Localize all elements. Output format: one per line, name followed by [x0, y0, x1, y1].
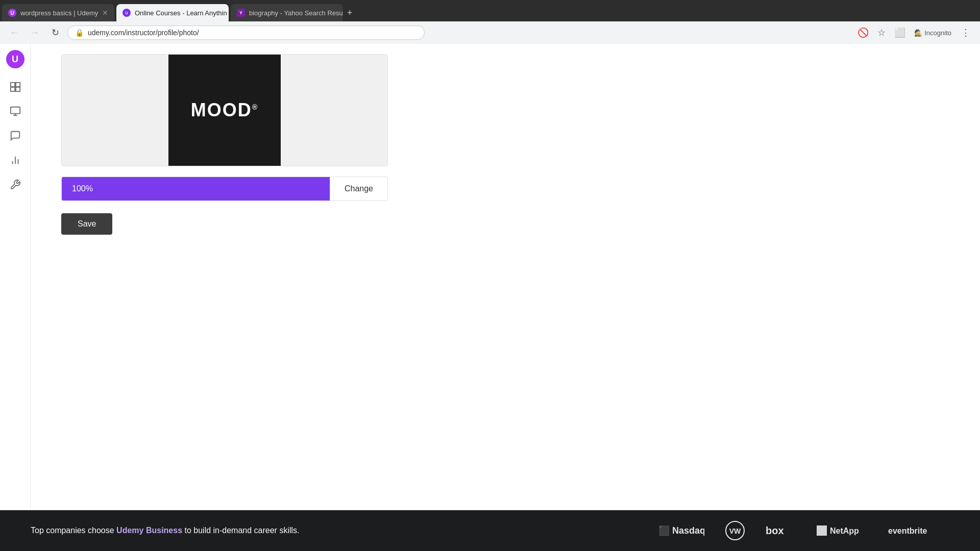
svg-rect-4	[10, 87, 14, 91]
tab-bar: U wordpress basics | Udemy ✕ U Online Co…	[0, 0, 980, 21]
bookmark-icon[interactable]: ☆	[873, 24, 890, 41]
incognito-button[interactable]: 🕵 Incognito	[910, 27, 955, 39]
brand-box: box	[766, 523, 796, 538]
svg-rect-2	[10, 83, 14, 87]
sidebar-item-messages[interactable]	[5, 126, 26, 146]
content-area: MOOD® 100% Change Save	[31, 44, 980, 245]
tab-1-label: wordpress basics | Udemy	[20, 9, 98, 17]
brand-vw: VW	[725, 520, 745, 541]
sidebar-item-performance[interactable]	[5, 150, 26, 170]
svg-text:VW: VW	[729, 527, 741, 535]
incognito-icon: 🕵	[914, 29, 922, 37]
address-text: udemy.com/instructor/profile/photo/	[88, 29, 417, 37]
sidebar: U	[0, 44, 31, 551]
main-content: MOOD® 100% Change Save	[31, 44, 980, 551]
nav-bar: ← → ↻ 🔒 udemy.com/instructor/profile/pho…	[0, 21, 980, 44]
forward-button[interactable]: →	[27, 24, 43, 41]
lock-icon: 🔒	[75, 29, 84, 37]
udemy-logo[interactable]: U	[6, 50, 24, 68]
progress-text: 100%	[72, 184, 93, 193]
svg-rect-3	[15, 83, 19, 87]
footer-text: Top companies choose Udemy Business to b…	[31, 526, 299, 535]
page: U MOOD®	[0, 44, 980, 551]
tab-3-label: biography - Yahoo Search Resu...	[249, 9, 343, 17]
tab-2-label: Online Courses - Learn Anythin	[135, 9, 227, 17]
sidebar-item-tools[interactable]	[5, 174, 26, 195]
progress-bar-fill: 100%	[62, 177, 330, 201]
footer: Top companies choose Udemy Business to b…	[0, 510, 980, 551]
progress-row: 100% Change	[61, 177, 388, 201]
image-preview-right	[281, 55, 387, 166]
back-button[interactable]: ←	[6, 24, 22, 41]
split-view-icon[interactable]: ⬜	[892, 24, 908, 41]
svg-rect-5	[15, 87, 19, 91]
sidebar-item-home[interactable]	[5, 77, 26, 97]
tab-2-favicon: U	[122, 9, 131, 17]
tab-1-close[interactable]: ✕	[102, 9, 108, 17]
svg-text:⬛ Nasdaq: ⬛ Nasdaq	[658, 525, 704, 536]
save-button[interactable]: Save	[61, 213, 112, 235]
footer-brands: ⬛ Nasdaq VW box NetApp eventbrite	[658, 520, 949, 541]
brand-nasdaq: ⬛ Nasdaq	[658, 524, 704, 537]
tab-1-favicon: U	[8, 9, 16, 17]
reg-symbol: ®	[252, 103, 258, 111]
menu-button[interactable]: ⋮	[958, 24, 974, 41]
incognito-label: Incognito	[924, 29, 951, 37]
tab-3-favicon: Y	[237, 9, 245, 17]
tab-2[interactable]: U Online Courses - Learn Anythin ✕	[116, 4, 229, 21]
no-image-icon[interactable]: 🚫	[855, 24, 871, 41]
svg-text:eventbrite: eventbrite	[888, 527, 927, 535]
footer-text-start: Top companies choose	[31, 526, 116, 535]
svg-rect-16	[817, 525, 827, 536]
brand-netapp: NetApp	[817, 523, 868, 538]
svg-text:box: box	[766, 525, 784, 536]
image-preview-left	[62, 55, 168, 166]
svg-text:U: U	[125, 11, 128, 15]
new-tab-button[interactable]: +	[343, 8, 357, 18]
footer-text-end: to build in-demand career skills.	[182, 526, 299, 535]
change-button[interactable]: Change	[330, 177, 387, 201]
image-preview-container: MOOD®	[61, 54, 388, 166]
svg-text:NetApp: NetApp	[830, 527, 859, 535]
address-bar[interactable]: 🔒 udemy.com/instructor/profile/photo/	[67, 26, 425, 40]
tab-1[interactable]: U wordpress basics | Udemy ✕	[2, 4, 114, 21]
image-preview-center: MOOD®	[168, 55, 281, 166]
sidebar-item-courses[interactable]	[5, 101, 26, 121]
footer-udemy-link[interactable]: Udemy Business	[116, 526, 182, 535]
refresh-button[interactable]: ↻	[47, 24, 63, 41]
brand-eventbrite: eventbrite	[888, 523, 949, 538]
mood-logo-text: MOOD®	[191, 99, 258, 121]
nav-icons: 🚫 ☆ ⬜ 🕵 Incognito ⋮	[855, 24, 974, 41]
tab-3[interactable]: Y biography - Yahoo Search Resu... ✕	[231, 4, 343, 21]
svg-rect-6	[10, 107, 19, 114]
browser-chrome: U wordpress basics | Udemy ✕ U Online Co…	[0, 0, 980, 44]
